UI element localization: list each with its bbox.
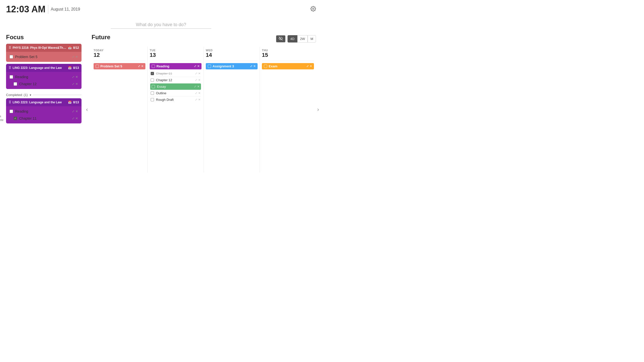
cal-checkbox-sub-roughdraft[interactable]	[151, 98, 154, 101]
course-header-phys: ⠿ PHYS 2218: Phys III-Opt Waves&Therm...…	[6, 44, 82, 52]
cal-delete-sub-roughdraft[interactable]: ✕	[198, 98, 200, 101]
cal-move-sub-ch12[interactable]: ⤢	[195, 78, 197, 82]
delete-icon-reading-ling2[interactable]: ✕	[75, 110, 78, 113]
col-day-name-thu: THU	[262, 49, 314, 52]
settings-button[interactable]	[310, 6, 316, 13]
delete-icon-ch12-ling1[interactable]: ✕	[75, 82, 78, 86]
drag-handle-ling1[interactable]: ⠿	[9, 66, 11, 70]
task-item-ch12-ling1: Chapter 12 ⤢ ✕	[9, 80, 79, 87]
cal-card-label-problemset5: Problem Set 5	[100, 64, 136, 68]
focus-scroll[interactable]: ⠿ PHYS 2218: Phys III-Opt Waves&Therm...…	[6, 44, 82, 174]
task-item-reading-ling2: Reading ⤢ ✕	[9, 108, 79, 115]
cal-card-exam[interactable]: Exam ⤢ ✕	[262, 63, 314, 69]
cal-move-icon-exam[interactable]: ⤢	[306, 65, 309, 68]
main-layout: 1/4 tasks complete Focus ⠿ PHYS 2218: Ph…	[0, 34, 322, 174]
calendar-icon-phys: 📅	[68, 46, 72, 50]
checkbox-ch11-ling2[interactable]	[14, 117, 17, 120]
ling1-due-date: 8/13	[73, 66, 79, 70]
col-header-today: TODAY 12	[94, 47, 145, 61]
nav-next-button[interactable]: ›	[315, 104, 321, 115]
search-input[interactable]	[111, 21, 211, 29]
cal-checkbox-problemset5[interactable]	[96, 65, 99, 68]
drag-handle-ling2[interactable]: ⠿	[9, 100, 11, 104]
task-label-reading-ling1: Reading	[15, 75, 70, 79]
cal-delete-icon-a3[interactable]: ✕	[253, 65, 256, 68]
task-actions-problemset5: ⤢ ✕	[72, 55, 78, 59]
move-icon-ch11-ling2[interactable]: ⤢	[72, 117, 74, 120]
cal-sub-actions-ch12: ⤢ ✕	[195, 78, 200, 82]
cal-card-reading-tue[interactable]: Reading ⤢ ✕	[150, 63, 202, 69]
task-actions-reading-ling1: ⤢ ✕	[72, 75, 78, 79]
move-icon-reading-ling1[interactable]: ⤢	[72, 75, 74, 79]
cal-move-sub-ch11[interactable]: ⤢	[195, 72, 197, 75]
col-day-num-wed: 14	[206, 52, 258, 58]
cal-checkbox-reading-tue[interactable]	[152, 65, 155, 68]
task-label-ch12-ling1: Chapter 12	[19, 82, 70, 86]
calendar-wrap: ‹ › TODAY 12 Problem Set 5 ⤢ ✕	[92, 47, 316, 172]
cal-card-actions-reading-tue: ⤢ ✕	[194, 65, 199, 68]
cal-sub-label-outline: Outline	[156, 91, 193, 95]
cal-checkbox-exam[interactable]	[264, 65, 267, 68]
cal-delete-sub-essay[interactable]: ✕	[197, 85, 199, 88]
course-card-phys: ⠿ PHYS 2218: Phys III-Opt Waves&Therm...…	[6, 44, 82, 62]
view-4d-button[interactable]: 4D	[288, 35, 297, 42]
move-icon-ch12-ling1[interactable]: ⤢	[72, 82, 74, 86]
progress-tasks-label: tasks	[0, 115, 1, 118]
cal-card-actions-problemset5: ⤢ ✕	[138, 65, 143, 68]
col-wed: WED 14 Assignment 3 ⤢ ✕	[204, 47, 260, 172]
checkbox-ch12-ling1[interactable]	[14, 82, 17, 86]
cal-sub-label-essay: Essay	[157, 85, 192, 88]
delete-icon-ch11-ling2[interactable]: ✕	[75, 117, 78, 120]
view-m-button[interactable]: M	[308, 35, 316, 42]
cal-move-icon-reading[interactable]: ⤢	[194, 65, 196, 68]
cal-move-sub-roughdraft[interactable]: ⤢	[195, 98, 197, 101]
col-day-name-today: TODAY	[94, 49, 145, 52]
cal-checkbox-sub-ch12[interactable]	[151, 78, 154, 82]
cal-delete-icon-exam[interactable]: ✕	[310, 65, 312, 68]
drag-handle-phys[interactable]: ⠿	[9, 46, 11, 50]
cal-checkbox-sub-essay[interactable]	[152, 85, 155, 88]
checkbox-problemset5[interactable]	[10, 55, 13, 59]
cal-card-problemset5[interactable]: Problem Set 5 ⤢ ✕	[94, 63, 145, 69]
cal-sub-label-roughdraft: Rough Draft	[156, 98, 193, 102]
search-area	[0, 19, 322, 34]
col-header-thu: THU 15	[262, 47, 314, 61]
delete-icon-problemset5[interactable]: ✕	[75, 55, 78, 59]
cal-sub-actions-roughdraft: ⤢ ✕	[195, 98, 200, 101]
checkbox-reading-ling1[interactable]	[10, 75, 13, 79]
cal-move-icon-a3[interactable]: ⤢	[250, 65, 252, 68]
view-2w-button[interactable]: 2W	[297, 35, 308, 42]
cal-move-sub-outline[interactable]: ⤢	[195, 92, 197, 95]
time-divider	[48, 5, 48, 14]
calendar-icon-ling2: 📅	[68, 101, 72, 104]
checkbox-reading-ling2[interactable]	[10, 110, 13, 113]
move-icon-reading-ling2[interactable]: ⤢	[72, 110, 74, 113]
phys-course-name: PHYS 2218: Phys III-Opt Waves&Therm...	[13, 46, 66, 50]
nav-prev-button[interactable]: ‹	[84, 104, 90, 115]
progress-indicator: 1/4 tasks complete	[0, 87, 4, 122]
cal-checkbox-assignment3[interactable]	[208, 65, 211, 68]
phys-course-body: Problem Set 5 ⤢ ✕	[6, 52, 82, 62]
course-card-ling1: ⠿ LING 2223: Language and the Law 📅 8/13…	[6, 64, 82, 89]
cal-delete-icon-reading[interactable]: ✕	[197, 65, 199, 68]
ling2-course-name: LING 2223: Language and the Law	[13, 101, 66, 104]
future-header: Future 4D 2W M	[92, 34, 316, 44]
col-day-name-tue: TUE	[150, 49, 202, 52]
cal-delete-sub-ch12[interactable]: ✕	[198, 78, 200, 82]
hide-button[interactable]	[276, 35, 286, 42]
chevron-down-icon: ▾	[30, 93, 31, 97]
move-icon-problemset5[interactable]: ⤢	[72, 55, 74, 59]
cal-card-assignment3[interactable]: Assignment 3 ⤢ ✕	[206, 63, 258, 69]
cal-delete-sub-outline[interactable]: ✕	[198, 92, 200, 95]
cal-delete-icon-ps5[interactable]: ✕	[141, 65, 143, 68]
cal-move-sub-essay[interactable]: ⤢	[194, 85, 196, 88]
cal-sub-label-ch11: Chapter 11	[156, 72, 193, 75]
completed-section[interactable]: Completed: (1) ▾	[6, 91, 82, 98]
delete-icon-reading-ling1[interactable]: ✕	[75, 75, 78, 79]
col-today: TODAY 12 Problem Set 5 ⤢ ✕	[92, 47, 148, 172]
course-header-ling2: ⠿ LING 2223: Language and the Law 📅 8/13	[6, 98, 82, 106]
cal-move-icon-ps5[interactable]: ⤢	[138, 65, 140, 68]
cal-checkbox-sub-outline[interactable]	[151, 92, 154, 95]
cal-delete-sub-ch11[interactable]: ✕	[198, 72, 200, 75]
cal-checkbox-sub-ch11[interactable]	[151, 72, 154, 75]
